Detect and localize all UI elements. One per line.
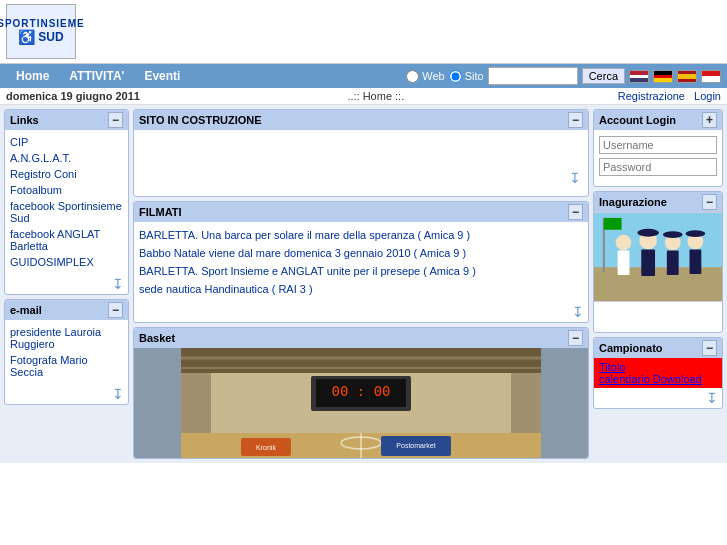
construction-panel-arrow[interactable]: ↧ (569, 170, 581, 186)
campionato-panel: Campionato − Titolo calendario Download … (593, 337, 723, 409)
col-right: Account Login + Inagurazione − (593, 109, 723, 459)
nav-eventi[interactable]: Eventi (134, 67, 190, 85)
svg-rect-32 (604, 218, 622, 230)
svg-rect-27 (690, 249, 702, 274)
svg-point-29 (663, 231, 683, 238)
links-panel-toggle[interactable]: − (108, 112, 123, 128)
login-link[interactable]: Login (694, 90, 721, 102)
account-panel-title: Account Login (599, 114, 676, 126)
filmati-panel-toggle[interactable]: − (568, 204, 583, 220)
links-panel-body: CIP A.N.G.L.A.T. Registro Coni Fotoalbum… (5, 130, 128, 274)
basket-panel-toggle[interactable]: − (568, 330, 583, 346)
filmati-panel: FILMATI − BARLETTA. Una barca per solare… (133, 201, 589, 323)
col-center: SITO IN COSTRUZIONE − ↧ FILMATI − BARLET… (133, 109, 589, 459)
link-guidosimplex[interactable]: GUIDOSIMPLEX (10, 254, 123, 270)
radio-group-sito: Sito (449, 70, 484, 83)
email-panel-arrow[interactable]: ↧ (112, 386, 124, 402)
radio-web-label: Web (422, 70, 444, 82)
account-panel-toggle[interactable]: + (702, 112, 717, 128)
campionato-panel-arrow[interactable]: ↧ (706, 390, 718, 406)
email-presidente[interactable]: presidente Lauroia Ruggiero (10, 324, 123, 352)
basket-panel-header: Basket − (134, 328, 588, 348)
link-facebook-anglat[interactable]: facebook ANGLAT Barletta (10, 226, 123, 254)
filmati-panel-footer: ↧ (134, 302, 588, 322)
link-fotoalbum[interactable]: Fotoalbum (10, 182, 123, 198)
radio-sito-label: Sito (465, 70, 484, 82)
links-panel-footer: ↧ (5, 274, 128, 294)
film-item-1[interactable]: BARLETTA. Una barca per solare il mare d… (139, 226, 583, 244)
email-fotografa[interactable]: Fotografa Mario Seccia (10, 352, 123, 380)
flag-us[interactable] (629, 70, 649, 83)
inagurazione-svg (594, 213, 722, 302)
campionato-panel-title: Campionato (599, 342, 663, 354)
col-left: Links − CIP A.N.G.L.A.T. Registro Coni F… (4, 109, 129, 459)
account-panel: Account Login + (593, 109, 723, 187)
links-panel-title: Links (10, 114, 39, 126)
email-panel-header: e-mail − (5, 300, 128, 320)
inagurazione-panel-toggle[interactable]: − (702, 194, 717, 210)
radio-web[interactable] (406, 70, 419, 83)
campionato-titolo[interactable]: Titolo (599, 361, 717, 373)
svg-rect-8 (181, 373, 211, 433)
inagurazione-panel-header: Inagurazione − (594, 192, 722, 212)
basket-svg: 00 : 00 Kronik Postomarket (134, 348, 588, 458)
reg-login: Registrazione Login (612, 90, 721, 102)
filmati-panel-header: FILMATI − (134, 202, 588, 222)
logo-text-top: SPORTINSIEME (0, 18, 85, 29)
svg-point-30 (686, 230, 706, 237)
construction-panel-body: ↧ (134, 130, 588, 196)
film-item-2[interactable]: Babbo Natale viene dal mare domenica 3 g… (139, 244, 583, 262)
link-cip[interactable]: CIP (10, 134, 123, 150)
filmati-panel-arrow[interactable]: ↧ (572, 304, 584, 320)
email-panel-title: e-mail (10, 304, 42, 316)
campionato-calendario[interactable]: calendario Download (599, 373, 717, 385)
svg-text:Kronik: Kronik (256, 444, 276, 451)
construction-panel-toggle[interactable]: − (568, 112, 583, 128)
radio-group-web: Web (406, 70, 444, 83)
flag-es[interactable] (677, 70, 697, 83)
account-panel-header: Account Login + (594, 110, 722, 130)
username-input[interactable] (599, 136, 717, 154)
links-panel-header: Links − (5, 110, 128, 130)
filmati-panel-title: FILMATI (139, 206, 182, 218)
password-input[interactable] (599, 158, 717, 176)
email-panel: e-mail − presidente Lauroia Ruggiero Fot… (4, 299, 129, 405)
basket-panel: Basket − 00 : 00 (133, 327, 589, 459)
campionato-panel-header: Campionato − (594, 338, 722, 358)
logo-text-sud: SUD (38, 30, 63, 44)
email-panel-toggle[interactable]: − (108, 302, 123, 318)
link-facebook-sport[interactable]: facebook Sportinsieme Sud (10, 198, 123, 226)
radio-sito[interactable] (449, 70, 462, 83)
svg-point-20 (616, 234, 632, 250)
filmati-panel-body: BARLETTA. Una barca per solare il mare d… (134, 222, 588, 302)
links-panel: Links − CIP A.N.G.L.A.T. Registro Coni F… (4, 109, 129, 295)
campionato-red-section: Titolo calendario Download (594, 358, 722, 388)
links-panel-arrow[interactable]: ↧ (112, 276, 124, 292)
wheelchair-icon: ♿ (18, 29, 35, 45)
search-button[interactable]: Cerca (582, 68, 625, 84)
link-registro-coni[interactable]: Registro Coni (10, 166, 123, 182)
svg-rect-21 (618, 250, 630, 275)
campionato-panel-toggle[interactable]: − (702, 340, 717, 356)
register-link[interactable]: Registrazione (618, 90, 685, 102)
search-input[interactable] (488, 67, 578, 85)
link-anglat[interactable]: A.N.G.L.A.T. (10, 150, 123, 166)
navbar: Home ATTIVITA' Eventi Web Sito Cerca (0, 64, 727, 88)
search-area: Web Sito Cerca (406, 67, 721, 85)
header: SPORTINSIEME ♿ SUD (0, 0, 727, 64)
basket-image: 00 : 00 Kronik Postomarket (134, 348, 588, 458)
film-item-3[interactable]: BARLETTA. Sport Insieme e ANGLAT unite p… (139, 262, 583, 280)
svg-text:00 : 00: 00 : 00 (331, 383, 390, 399)
svg-rect-19 (594, 267, 722, 301)
nav-attivita[interactable]: ATTIVITA' (59, 67, 134, 85)
flag-cz[interactable] (701, 70, 721, 83)
inagurazione-panel: Inagurazione − (593, 191, 723, 333)
logo: SPORTINSIEME ♿ SUD (6, 4, 76, 59)
flag-de[interactable] (653, 70, 673, 83)
svg-rect-9 (511, 373, 541, 433)
svg-point-28 (637, 228, 659, 236)
film-item-4[interactable]: sede nautica Handinautica ( RAI 3 ) (139, 280, 583, 298)
nav-home[interactable]: Home (6, 67, 59, 85)
construction-panel-title: SITO IN COSTRUZIONE (139, 114, 262, 126)
email-panel-footer: ↧ (5, 384, 128, 404)
